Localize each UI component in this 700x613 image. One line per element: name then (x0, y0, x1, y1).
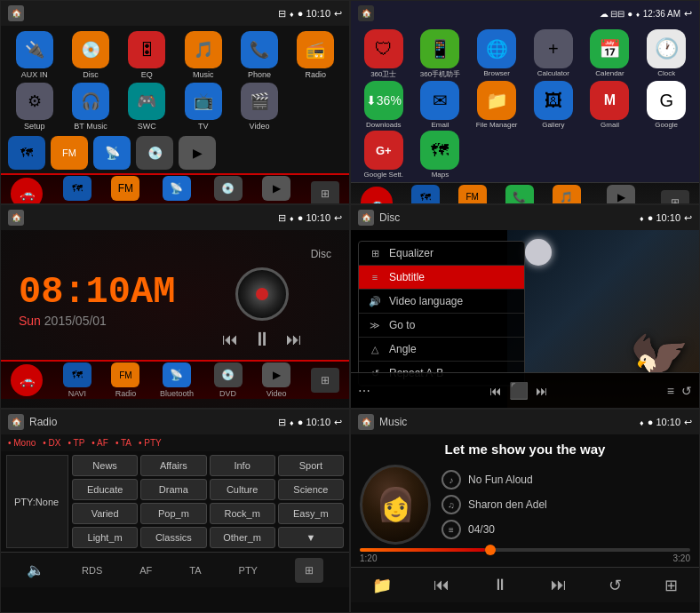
app-360weidushi[interactable]: 🛡 360卫士 (356, 29, 411, 79)
app-video[interactable]: 🎬 Video (233, 83, 285, 131)
bottom-bt[interactable]: 📡 Bluetooth (160, 176, 194, 204)
bottom-dvd[interactable]: 💿 DVD (214, 176, 243, 204)
music-prev-btn[interactable]: ⏮ (434, 576, 449, 594)
app-calculator[interactable]: + Calculator (526, 29, 581, 79)
app-downloads[interactable]: ⬇36% Downloads (356, 81, 411, 129)
radio-pty-btn[interactable]: PTY (239, 565, 258, 576)
radio-af[interactable]: AF (139, 565, 152, 576)
radio-btn-popm[interactable]: Pop_m (140, 503, 206, 524)
home-icon-6[interactable]: 🏠 (358, 414, 374, 430)
back-icon-2[interactable]: ↩ (684, 8, 692, 20)
app-setup[interactable]: ⚙ Setup (8, 83, 60, 131)
dvd-widget[interactable]: 💿 (136, 136, 173, 170)
radio-btn-down[interactable]: ▼ (278, 527, 344, 548)
app-calendar[interactable]: 📅 Calendar (583, 29, 638, 79)
app-eq[interactable]: 🎛 EQ (121, 31, 173, 79)
menu-subtitle[interactable]: ≡ Subtitle (359, 266, 524, 290)
dvd-list-btn[interactable]: ≡ (667, 384, 674, 398)
music-repeat-btn[interactable]: ↺ (609, 576, 622, 595)
bottom3-video[interactable]: ▶ Video (262, 362, 290, 398)
radio-btn-classics[interactable]: Classics (140, 527, 206, 548)
back-icon-6[interactable]: ↩ (684, 417, 692, 428)
car-button-3[interactable]: 🚗 (11, 364, 43, 396)
play-button[interactable]: ⏸ (252, 328, 272, 351)
bottom-navi[interactable]: 🗺 NAVI (63, 176, 91, 204)
app-aux[interactable]: 🔌 AUX IN (8, 31, 60, 79)
app-btmusic[interactable]: 🎧 BT Music (64, 83, 116, 131)
bottom2-video[interactable]: ▶ VideoPlayer (600, 185, 642, 205)
home-icon-5[interactable]: 🏠 (8, 414, 24, 430)
bottom2-music[interactable]: 🎵 Music (553, 185, 581, 205)
navi-widget[interactable]: 🗺 (8, 136, 45, 170)
radio-btn-info[interactable]: Info (210, 455, 275, 476)
back-icon-3[interactable]: ↩ (334, 212, 342, 224)
home-icon-2[interactable]: 🏠 (358, 5, 374, 21)
app-gallery[interactable]: 🖼 Gallery (526, 81, 581, 129)
radio-btn-culture[interactable]: Culture (210, 479, 275, 500)
car-button-2[interactable]: 🚗 (361, 187, 393, 205)
radio-btn-rockm[interactable]: Rock_m (210, 503, 275, 524)
back-icon-1[interactable]: ↩ (334, 8, 342, 20)
radio-btn-educate[interactable]: Educate (72, 479, 138, 500)
bottom3-bt[interactable]: 📡 Bluetooth (160, 362, 194, 398)
music-list-btn[interactable]: ⊞ (664, 576, 678, 595)
app-swc[interactable]: 🎮 SWC (121, 83, 173, 131)
music-folder-btn[interactable]: 📁 (372, 576, 392, 595)
radio-ta[interactable]: TA (189, 565, 201, 576)
radio-btn-news[interactable]: News (72, 455, 138, 476)
app-filemanager[interactable]: 📁 File Manager (469, 81, 524, 129)
home-icon-1[interactable]: 🏠 (8, 5, 24, 21)
dvd-prev-btn[interactable]: ⏮ (489, 384, 502, 398)
back-icon-4[interactable]: ↩ (684, 212, 692, 224)
app-email[interactable]: ✉ Email (413, 81, 468, 129)
app-maps[interactable]: 🗺 Maps (413, 131, 468, 179)
bottom2-navi[interactable]: 🗺 Navi (411, 185, 440, 205)
vol-icon-5[interactable]: 🔈 (27, 561, 44, 578)
bottom-video[interactable]: ▶ Video (262, 176, 290, 204)
dvd-stop-btn[interactable]: ⬛ (509, 381, 529, 401)
bottom3-dvd[interactable]: 💿 DVD (214, 362, 243, 398)
back-icon-5[interactable]: ↩ (334, 417, 342, 428)
music-next-btn[interactable]: ⏭ (551, 576, 567, 594)
radio-btn-lightm[interactable]: Light_m (72, 527, 138, 548)
radio-btn-science[interactable]: Science (278, 479, 344, 500)
radio-btn-sport[interactable]: Sport (278, 455, 344, 476)
dvd-repeat-btn[interactable]: ↺ (681, 384, 692, 398)
dvd-next-btn[interactable]: ⏭ (536, 384, 548, 398)
menu-videolang[interactable]: 🔊 Video language (359, 290, 524, 314)
menu-goto[interactable]: ≫ Go to (359, 314, 524, 338)
app-googlesett[interactable]: G+ Google Sett. (356, 131, 411, 179)
bottom3-radio[interactable]: FM Radio (111, 362, 139, 398)
music-progress-bar[interactable]: 1:20 3:20 (351, 545, 699, 567)
dvd-menu-btn[interactable]: ⋯ (358, 384, 370, 398)
fm-widget[interactable]: FM (51, 136, 88, 170)
radio-btn-affairs[interactable]: Affairs (140, 455, 206, 476)
menu-angle[interactable]: △ Angle (359, 338, 524, 362)
grid-toggle-2[interactable]: ⊞ (661, 190, 689, 205)
app-clock[interactable]: 🕐 Clock (639, 29, 694, 79)
radio-btn-varied[interactable]: Varied (72, 503, 138, 524)
grid-toggle-3[interactable]: ⊞ (311, 368, 339, 393)
app-radio[interactable]: 📻 Radio (290, 31, 342, 79)
app-phone[interactable]: 📞 Phone (233, 31, 285, 79)
grid-toggle-5[interactable]: ⊞ (295, 558, 323, 583)
music-play-btn[interactable]: ⏸ (492, 576, 508, 594)
radio-btn-drama[interactable]: Drama (140, 479, 206, 500)
bottom2-radio[interactable]: FM Radio (458, 185, 487, 205)
app-gmail[interactable]: M Gmail (583, 81, 638, 129)
app-360shouji[interactable]: 📱 360手机助手 (413, 29, 468, 79)
home-icon-3[interactable]: 🏠 (8, 210, 24, 226)
app-disc[interactable]: 💿 Disc (64, 31, 116, 79)
radio-btn-easym[interactable]: Easy_m (278, 503, 344, 524)
next-button[interactable]: ⏭ (286, 330, 302, 349)
app-music[interactable]: 🎵 Music (177, 31, 229, 79)
app-google[interactable]: G Google (639, 81, 694, 129)
bt-widget[interactable]: 📡 (93, 136, 131, 170)
radio-btn-otherm[interactable]: Other_m (210, 527, 275, 548)
home-icon-4[interactable]: 🏠 (358, 210, 374, 226)
bottom-radio[interactable]: FM Radio (111, 176, 139, 204)
bottom2-phone[interactable]: 📞 Phone (505, 185, 534, 205)
bottom3-navi[interactable]: 🗺 NAVI (63, 362, 91, 398)
video-widget[interactable]: ▶ (179, 136, 216, 170)
menu-equalizer[interactable]: ⊞ Equalizer (359, 242, 524, 266)
